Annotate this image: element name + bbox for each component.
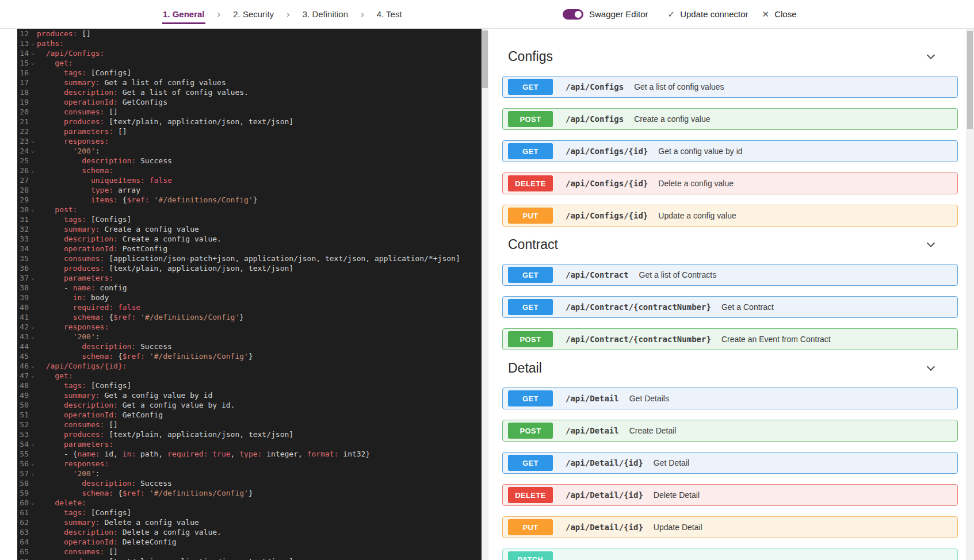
- panel-scrollbar-thumb[interactable]: [967, 31, 973, 129]
- operation-row[interactable]: PUT/api/Configs/{id}Update a config valu…: [502, 205, 958, 227]
- code-line[interactable]: 42⌄ responses:: [17, 322, 482, 332]
- code-line[interactable]: 24⌄ '200':: [17, 146, 482, 156]
- code-line[interactable]: 16 tags: [Configs]: [17, 68, 482, 78]
- operation-row[interactable]: GET/api/Contract/{contractNumber}Get a C…: [502, 296, 958, 318]
- operation-row[interactable]: GET/api/DetailGet Details: [502, 388, 958, 409]
- code-line[interactable]: 40 required: false: [17, 302, 482, 312]
- fold-marker-icon[interactable]: ⌄: [29, 205, 37, 214]
- operation-row[interactable]: GET/api/ConfigsGet a list of config valu…: [502, 76, 958, 98]
- code-line[interactable]: 54⌄ parameters:: [17, 439, 482, 449]
- code-line[interactable]: 60⌄ delete:: [17, 498, 482, 508]
- code-line[interactable]: 52 consumes: []: [17, 420, 482, 429]
- code-line[interactable]: 55 - {name: id, in: path, required: true…: [17, 449, 482, 459]
- chevron-down-icon[interactable]: [927, 51, 935, 59]
- code-line[interactable]: 27 uniqueItems: false: [17, 175, 482, 185]
- code-line[interactable]: 56⌄ responses:: [17, 459, 482, 469]
- code-line[interactable]: 48 tags: [Configs]: [17, 381, 482, 390]
- fold-marker-icon[interactable]: ⌄: [29, 58, 37, 68]
- code-line[interactable]: 34 operationId: PostConfig: [17, 244, 482, 254]
- code-line[interactable]: 33 description: Create a config value.: [17, 234, 482, 244]
- editor-scrollbar[interactable]: [482, 29, 488, 560]
- fold-marker-icon[interactable]: ⌄: [29, 459, 37, 469]
- fold-marker-icon[interactable]: ⌄: [29, 166, 37, 175]
- code-line[interactable]: 51 operationId: GetConfig: [17, 410, 482, 420]
- fold-marker-icon[interactable]: ⌄: [29, 39, 37, 48]
- panel-scrollbar[interactable]: [966, 29, 974, 560]
- operation-row[interactable]: PUT/api/Detail/{id}Update Detail: [502, 516, 958, 538]
- code-line[interactable]: 63 description: Delete a config value.: [17, 527, 482, 537]
- update-connector-button[interactable]: ✓ Update connector: [668, 9, 748, 20]
- code-line[interactable]: 39 in: body: [17, 293, 482, 302]
- code-line[interactable]: 47⌄ get:: [17, 371, 482, 381]
- chevron-down-icon[interactable]: [927, 362, 935, 370]
- chevron-down-icon[interactable]: [927, 239, 935, 247]
- code-line[interactable]: 19 operationId: GetConfigs: [17, 97, 482, 107]
- code-line[interactable]: 38 - name: config: [17, 283, 482, 293]
- toggle-switch-icon[interactable]: [563, 9, 583, 20]
- code-line[interactable]: 13⌄paths:: [17, 39, 482, 48]
- code-line[interactable]: 61 tags: [Configs]: [17, 508, 482, 517]
- wizard-step-4[interactable]: 4. Test: [377, 9, 402, 19]
- code-line[interactable]: 64 operationId: DeleteConfig: [17, 537, 482, 547]
- code-line[interactable]: 65 consumes: []: [17, 547, 482, 557]
- code-line[interactable]: 15⌄ get:: [17, 58, 482, 68]
- code-line[interactable]: 66 produces: [text/plain, application/js…: [17, 557, 482, 560]
- code-line[interactable]: 49 summary: Get a config value by id: [17, 390, 482, 400]
- code-line[interactable]: 58 description: Success: [17, 478, 482, 488]
- code-line[interactable]: 41 schema: {$ref: '#/definitions/Config'…: [17, 312, 482, 322]
- operation-row[interactable]: GET/api/Configs/{id}Get a config value b…: [502, 140, 958, 162]
- code-line[interactable]: 26⌄ schema:: [17, 166, 482, 175]
- fold-marker-icon[interactable]: ⌄: [29, 361, 37, 371]
- operation-row[interactable]: POST/api/ConfigsCreate a config value: [502, 108, 958, 130]
- code-line[interactable]: 25 description: Success: [17, 156, 482, 166]
- wizard-step-1[interactable]: 1. General: [163, 9, 205, 19]
- code-line[interactable]: 12produces: []: [17, 29, 482, 39]
- wizard-step-2[interactable]: 2. Security: [233, 9, 274, 19]
- fold-marker-icon[interactable]: ⌄: [29, 146, 37, 156]
- code-line[interactable]: 46⌄ /api/Configs/{id}:: [17, 361, 482, 371]
- fold-marker-icon[interactable]: ⌄: [29, 332, 37, 342]
- code-line[interactable]: 32 summary: Create a config value: [17, 224, 482, 234]
- code-line[interactable]: 22 parameters: []: [17, 126, 482, 136]
- code-line[interactable]: 35 consumes: [application/json-patch+jso…: [17, 254, 482, 263]
- code-line[interactable]: 28 type: array: [17, 185, 482, 195]
- operation-row[interactable]: DELETE/api/Configs/{id}Delete a config v…: [502, 172, 958, 194]
- code-line[interactable]: 36 produces: [text/plain, application/js…: [17, 263, 482, 273]
- fold-marker-icon[interactable]: ⌄: [29, 439, 37, 449]
- code-line[interactable]: 59 schema: {$ref: '#/definitions/Config'…: [17, 488, 482, 498]
- code-line[interactable]: 20 consumes: []: [17, 107, 482, 117]
- fold-marker-icon[interactable]: ⌄: [29, 136, 37, 146]
- code-line[interactable]: 37⌄ parameters:: [17, 273, 482, 283]
- code-line[interactable]: 57⌄ '200':: [17, 469, 482, 478]
- fold-marker-icon[interactable]: ⌄: [29, 322, 37, 332]
- close-button[interactable]: ✕ Close: [762, 9, 797, 20]
- code-line[interactable]: 30⌄ post:: [17, 205, 482, 214]
- code-line[interactable]: 21 produces: [text/plain, application/js…: [17, 117, 482, 126]
- code-line[interactable]: 18 description: Get a list of config val…: [17, 87, 482, 97]
- code-line[interactable]: 50 description: Get a config value by id…: [17, 400, 482, 410]
- swagger-editor-toggle[interactable]: Swagger Editor: [563, 9, 648, 20]
- wizard-step-3[interactable]: 3. Definition: [303, 9, 348, 19]
- code-line[interactable]: 23⌄ responses:: [17, 136, 482, 146]
- fold-marker-icon[interactable]: ⌄: [29, 498, 37, 508]
- operation-row[interactable]: PATCH: [502, 549, 958, 560]
- code-line[interactable]: 29 items: {$ref: '#/definitions/Config'}: [17, 195, 482, 205]
- code-line[interactable]: 43⌄ '200':: [17, 332, 482, 342]
- code-line[interactable]: 17 summary: Get a list of config values: [17, 78, 482, 87]
- code-line[interactable]: 53 produces: [text/plain, application/js…: [17, 429, 482, 439]
- swagger-code-editor[interactable]: 12produces: []13⌄paths:14⌄ /api/Configs:…: [17, 29, 482, 560]
- code-line[interactable]: 62 summary: Delete a config value: [17, 517, 482, 527]
- operation-row[interactable]: POST/api/Contract/{contractNumber}Create…: [502, 328, 958, 350]
- editor-scrollbar-thumb[interactable]: [482, 30, 488, 88]
- operation-row[interactable]: DELETE/api/Detail/{id}Delete Detail: [502, 484, 958, 506]
- fold-marker-icon[interactable]: ⌄: [29, 48, 37, 58]
- fold-marker-icon[interactable]: ⌄: [29, 273, 37, 283]
- fold-marker-icon[interactable]: ⌄: [29, 469, 37, 478]
- code-line[interactable]: 31 tags: [Configs]: [17, 214, 482, 224]
- code-line[interactable]: 44 description: Success: [17, 342, 482, 351]
- operation-row[interactable]: POST/api/DetailCreate Detail: [502, 420, 958, 442]
- code-line[interactable]: 45 schema: {$ref: '#/definitions/Config'…: [17, 351, 482, 361]
- fold-marker-icon[interactable]: ⌄: [29, 371, 37, 381]
- operation-row[interactable]: GET/api/Detail/{id}Get Detail: [502, 452, 958, 474]
- operation-row[interactable]: GET/api/ContractGet a list of Contracts: [502, 264, 958, 286]
